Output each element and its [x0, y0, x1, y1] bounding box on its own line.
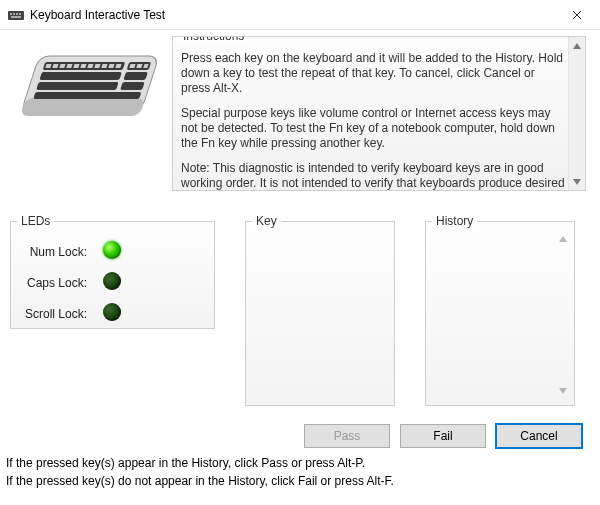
footer-line: If the pressed key(s) appear in the Hist… [0, 454, 600, 472]
instructions-scrollbar[interactable] [568, 37, 585, 190]
cancel-button[interactable]: Cancel [496, 424, 582, 448]
led-name: Num Lock: [21, 236, 101, 267]
svg-rect-2 [13, 13, 15, 15]
led-indicator-scrolllock [103, 303, 121, 321]
history-scrollbar[interactable] [554, 230, 571, 399]
instructions-group: Instructions Press each key on the keybo… [172, 36, 586, 191]
led-name: Caps Lock: [21, 267, 101, 298]
close-icon [572, 10, 582, 20]
key-group: Key [245, 221, 395, 406]
leds-label: LEDs [17, 214, 54, 228]
svg-rect-1 [10, 13, 12, 15]
keyboard-image [10, 38, 170, 158]
instructions-paragraph: Note: This diagnostic is intended to ver… [181, 161, 565, 191]
svg-rect-5 [11, 16, 21, 18]
svg-rect-0 [8, 11, 24, 20]
key-label: Key [252, 214, 281, 228]
footer-line: If the pressed key(s) do not appear in t… [0, 472, 600, 490]
fail-button[interactable]: Fail [400, 424, 486, 448]
pass-button[interactable]: Pass [304, 424, 390, 448]
svg-rect-12 [36, 82, 119, 90]
middle-area: LEDs Num Lock: Caps Lock: Scroll Lock: K… [0, 197, 600, 406]
scroll-up-icon[interactable] [554, 230, 571, 247]
svg-rect-11 [123, 72, 148, 80]
scroll-down-icon[interactable] [569, 173, 585, 190]
leds-group: LEDs Num Lock: Caps Lock: Scroll Lock: [10, 221, 215, 329]
led-row: Num Lock: [21, 236, 204, 267]
svg-rect-7 [20, 98, 146, 116]
led-indicator-numlock [103, 241, 121, 259]
instructions-paragraph: Special purpose keys like volume control… [181, 106, 565, 151]
keyboard-icon [8, 7, 24, 23]
svg-rect-14 [33, 92, 141, 99]
led-name: Scroll Lock: [21, 298, 101, 329]
instructions-paragraph: Press each key on the keyboard and it wi… [181, 51, 565, 96]
history-group: History [425, 221, 575, 406]
scroll-up-icon[interactable] [569, 37, 585, 54]
window: Keyboard Interactive Test [0, 0, 600, 505]
history-label: History [432, 214, 477, 228]
led-indicator-capslock [103, 272, 121, 290]
led-row: Caps Lock: [21, 267, 204, 298]
svg-rect-4 [19, 13, 21, 15]
button-row: Pass Fail Cancel [0, 406, 600, 454]
instructions-label: Instructions [179, 36, 248, 43]
led-row: Scroll Lock: [21, 298, 204, 329]
svg-rect-3 [16, 13, 18, 15]
top-area: Instructions Press each key on the keybo… [0, 30, 600, 197]
close-button[interactable] [554, 0, 600, 30]
titlebar[interactable]: Keyboard Interactive Test [0, 0, 600, 30]
scroll-down-icon[interactable] [554, 382, 571, 399]
svg-rect-13 [120, 82, 145, 90]
svg-rect-10 [39, 72, 122, 80]
window-title: Keyboard Interactive Test [30, 8, 554, 22]
